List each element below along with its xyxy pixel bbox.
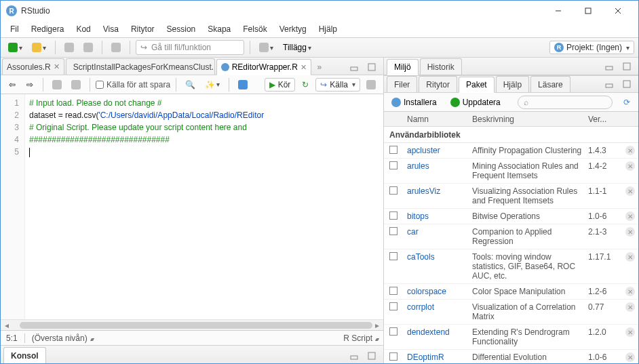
language-selector[interactable]: R Script bbox=[343, 333, 378, 343]
menu-help[interactable]: Hjälp bbox=[313, 23, 343, 35]
tab-packages[interactable]: Paket bbox=[459, 77, 495, 93]
scope-selector[interactable]: (Översta nivån) bbox=[32, 333, 93, 343]
remove-package-button[interactable]: ✕ bbox=[625, 186, 635, 196]
package-name-link[interactable]: corrplot bbox=[403, 302, 468, 312]
scroll-thumb[interactable] bbox=[20, 322, 372, 329]
close-button[interactable] bbox=[603, 1, 633, 20]
source-tab-reditorwrapper[interactable]: REditorWrapper.R ✕ bbox=[216, 59, 311, 75]
header-description[interactable]: Beskrivning bbox=[468, 115, 588, 124]
menu-build[interactable]: Skapa bbox=[202, 23, 236, 35]
maximize-console-button[interactable] bbox=[364, 348, 379, 363]
remove-package-button[interactable]: ✕ bbox=[625, 227, 635, 237]
outline-button[interactable] bbox=[363, 77, 379, 92]
remove-package-button[interactable]: ✕ bbox=[625, 146, 635, 155]
code-content[interactable]: # Input load. Please do not change # dat… bbox=[25, 94, 383, 161]
package-checkbox[interactable] bbox=[389, 327, 398, 336]
panel-layout-button[interactable] bbox=[256, 40, 277, 55]
package-name-link[interactable]: car bbox=[403, 227, 468, 237]
menu-debug[interactable]: Felsök bbox=[237, 23, 272, 35]
package-checkbox[interactable] bbox=[389, 352, 398, 361]
rerun-button[interactable]: ↻ bbox=[298, 77, 313, 92]
maximize-pkg-button[interactable] bbox=[619, 77, 634, 92]
tab-plots[interactable]: Ritytor bbox=[419, 76, 457, 92]
menu-plots[interactable]: Ritytor bbox=[125, 23, 160, 35]
package-name-link[interactable]: dendextend bbox=[403, 327, 468, 337]
refresh-packages-button[interactable]: ⟳ bbox=[619, 95, 634, 110]
package-checkbox[interactable] bbox=[389, 186, 398, 195]
remove-package-button[interactable]: ✕ bbox=[625, 211, 635, 221]
tab-console[interactable]: Konsol bbox=[3, 347, 46, 363]
project-button[interactable]: R Projekt: (Ingen) bbox=[549, 41, 634, 54]
run-button[interactable]: ▶Kör bbox=[265, 78, 296, 92]
menu-edit[interactable]: Redigera bbox=[26, 23, 70, 35]
source-on-save-checkbox[interactable] bbox=[96, 81, 104, 89]
tab-history[interactable]: Historik bbox=[420, 58, 462, 75]
remove-package-button[interactable]: ✕ bbox=[625, 327, 635, 337]
package-name-link[interactable]: arules bbox=[403, 161, 468, 171]
package-checkbox[interactable] bbox=[389, 302, 398, 310]
package-name-link[interactable]: bitops bbox=[403, 211, 468, 221]
new-file-button[interactable] bbox=[5, 40, 26, 55]
scroll-left-icon[interactable]: ◂ bbox=[2, 321, 12, 330]
package-checkbox[interactable] bbox=[389, 252, 398, 260]
remove-package-button[interactable]: ✕ bbox=[625, 352, 635, 362]
print-button[interactable] bbox=[108, 40, 124, 55]
tab-help[interactable]: Hjälp bbox=[496, 76, 529, 92]
close-icon[interactable]: ✕ bbox=[54, 62, 60, 71]
code-tools-button[interactable]: ✨ bbox=[201, 77, 223, 92]
tab-overflow-button[interactable]: » bbox=[313, 60, 326, 75]
back-button[interactable]: ⇦ bbox=[5, 77, 20, 92]
remove-package-button[interactable]: ✕ bbox=[625, 287, 635, 296]
save-all-button[interactable] bbox=[80, 40, 96, 55]
scroll-right-icon[interactable]: ▸ bbox=[372, 321, 382, 330]
remove-package-button[interactable]: ✕ bbox=[625, 161, 635, 171]
package-search-input[interactable]: ⌕ bbox=[518, 96, 613, 109]
compile-report-button[interactable] bbox=[235, 77, 251, 92]
package-name-link[interactable]: apcluster bbox=[403, 146, 468, 155]
package-name-link[interactable]: colorspace bbox=[403, 287, 468, 296]
minimize-console-button[interactable] bbox=[347, 348, 362, 363]
remove-package-button[interactable]: ✕ bbox=[625, 302, 635, 312]
package-checkbox[interactable] bbox=[389, 227, 398, 235]
minimize-pane-button[interactable] bbox=[347, 60, 362, 75]
goto-file-function-input[interactable]: ↪ Gå till fil/funktion bbox=[136, 40, 244, 55]
source-tab-assorules[interactable]: Assorules.R ✕ bbox=[2, 58, 64, 75]
maximize-pane-button[interactable] bbox=[364, 60, 379, 75]
maximize-button[interactable] bbox=[573, 1, 603, 20]
header-name[interactable]: Namn bbox=[403, 115, 468, 124]
package-name-link[interactable]: DEoptimR bbox=[403, 352, 468, 362]
addins-button[interactable]: Tillägg bbox=[279, 40, 315, 55]
package-checkbox[interactable] bbox=[389, 146, 398, 154]
menu-session[interactable]: Session bbox=[161, 23, 201, 35]
new-project-button[interactable] bbox=[28, 40, 50, 55]
menu-file[interactable]: Fil bbox=[5, 23, 24, 35]
open-file-button[interactable] bbox=[61, 40, 77, 55]
tab-files[interactable]: Filer bbox=[387, 76, 417, 92]
package-checkbox[interactable] bbox=[389, 287, 398, 295]
minimize-env-button[interactable] bbox=[602, 59, 617, 74]
menu-view[interactable]: Visa bbox=[98, 23, 124, 35]
update-packages-button[interactable]: Uppdatera bbox=[447, 95, 504, 110]
horizontal-scrollbar[interactable]: ◂ ▸ bbox=[1, 319, 383, 330]
source-tab-scriptinstall[interactable]: ScriptInstallPackagesForKmeansClust... ✕ bbox=[66, 58, 215, 75]
save-button[interactable] bbox=[68, 77, 84, 92]
package-checkbox[interactable] bbox=[389, 211, 398, 220]
find-button[interactable]: 🔍 bbox=[182, 77, 199, 92]
menu-tools[interactable]: Verktyg bbox=[274, 23, 312, 35]
minimize-button[interactable] bbox=[543, 1, 573, 20]
package-name-link[interactable]: caTools bbox=[403, 252, 468, 262]
show-in-new-window-button[interactable] bbox=[49, 77, 65, 92]
install-packages-button[interactable]: Installera bbox=[388, 95, 440, 110]
minimize-pkg-button[interactable] bbox=[602, 77, 617, 92]
tab-viewer[interactable]: Läsare bbox=[530, 76, 570, 92]
maximize-env-button[interactable] bbox=[619, 59, 634, 74]
code-editor[interactable]: 1 2 3 4 5 # Input load. Please do not ch… bbox=[1, 94, 383, 319]
package-checkbox[interactable] bbox=[389, 161, 398, 169]
source-script-button[interactable]: ↪Källa bbox=[315, 78, 360, 92]
close-icon[interactable]: ✕ bbox=[301, 63, 307, 72]
remove-package-button[interactable]: ✕ bbox=[625, 252, 635, 262]
package-name-link[interactable]: arulesViz bbox=[403, 186, 468, 196]
tab-environment[interactable]: Miljö bbox=[387, 59, 419, 75]
forward-button[interactable]: ⇨ bbox=[22, 77, 37, 92]
menu-code[interactable]: Kod bbox=[71, 23, 96, 35]
